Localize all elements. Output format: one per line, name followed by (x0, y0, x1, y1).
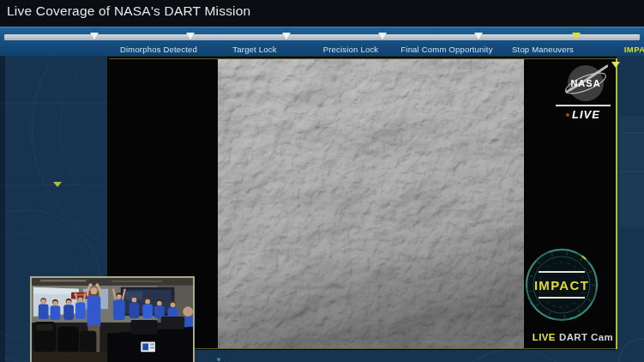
live-label: LIVE (572, 108, 600, 121)
milestone-marker-icon (282, 33, 291, 39)
live-divider (556, 105, 611, 106)
milestone-marker-icon (186, 33, 195, 39)
milestone-marker-icon (474, 33, 483, 39)
nasa-logo-text: NASA (570, 78, 600, 88)
nasa-logo-icon: NASA (563, 63, 608, 104)
timeline-track (4, 34, 640, 40)
caption-camera-label: DART Cam (559, 332, 613, 342)
milestone-label: IMPACT (576, 45, 644, 54)
impact-status-badge: IMPACT (524, 247, 599, 323)
mission-control-scene (32, 278, 193, 362)
monitor-back (131, 320, 158, 335)
broadcast-stage: NASA LIVE IMPACT LIVEDART Cam (0, 56, 644, 362)
live-indicator: LIVE (556, 108, 611, 121)
feed-frame-right (616, 58, 617, 349)
page-title: Live Coverage of NASA's DART Mission (7, 3, 250, 19)
floor (32, 352, 107, 362)
camera-caption: LIVEDART Cam (520, 332, 626, 342)
office-chair (80, 331, 97, 353)
title-bar: Live Coverage of NASA's DART Mission (0, 0, 644, 23)
live-dot-icon (566, 113, 569, 117)
person-figure (75, 293, 86, 319)
mission-timeline: Dimorphos Detected Target Lock Precision… (0, 27, 644, 56)
milestone-marker-icon (90, 33, 99, 39)
milestone-marker-icon (378, 33, 387, 39)
monitor-back (161, 317, 184, 329)
broadcast-window: Live Coverage of NASA's DART Mission Dim… (0, 0, 644, 362)
asteroid-surface-feed (218, 59, 524, 348)
office-chair (57, 327, 78, 353)
person-figure (113, 289, 125, 320)
caption-live-label: LIVE (533, 332, 556, 342)
milestone-marker-icon (572, 33, 581, 39)
feed-frame-top (109, 58, 616, 59)
mission-control-pip (30, 276, 195, 362)
